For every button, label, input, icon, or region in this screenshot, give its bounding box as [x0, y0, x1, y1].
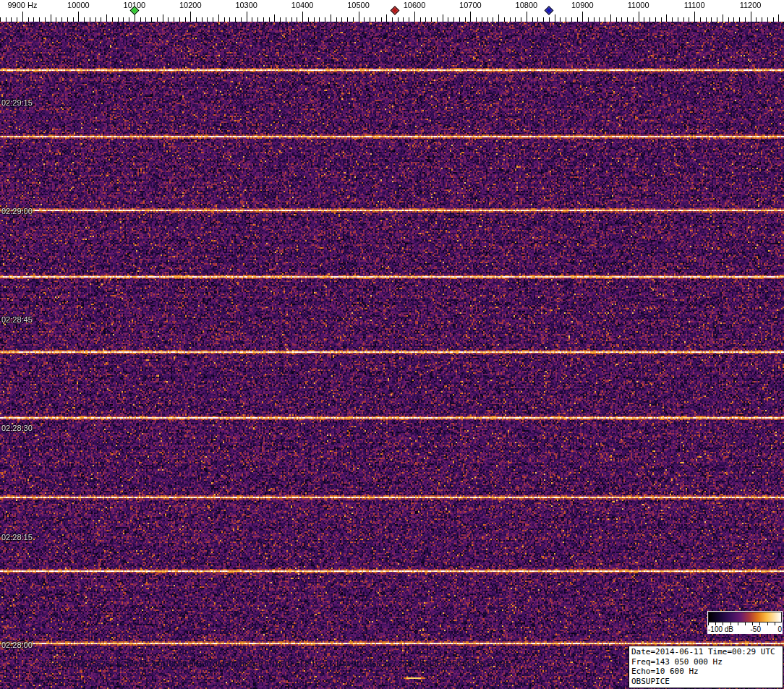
ruler-tick-label: 10300 — [235, 1, 257, 9]
time-label: 02:28:00 — [1, 641, 33, 649]
time-label: 02:28:15 — [1, 533, 33, 542]
info-line-freq: Freq=143 050 000 Hz — [631, 657, 780, 667]
info-line-echo: Echo=10 600 Hz — [631, 667, 780, 677]
colorbar-label-min: -100 dB — [708, 625, 733, 633]
time-label: 02:29:00 — [1, 207, 33, 215]
time-label: 02:28:45 — [1, 315, 33, 324]
colorbar-label-mid: -50 — [751, 625, 761, 633]
time-label: 02:28:30 — [1, 424, 33, 432]
colorbar-label-max: 0 — [777, 625, 782, 633]
ruler-tick-label: 11000 — [628, 1, 649, 9]
ruler-tick-label: 10500 — [347, 1, 370, 9]
info-line-station: OBSUPICE — [631, 677, 780, 687]
ruler-tick-label: 10200 — [179, 1, 202, 9]
ruler-tick-label: 10000 — [67, 1, 90, 9]
ruler-tick-label: 11100 — [684, 1, 705, 9]
cursor-annotation: ^t+55 — [34, 676, 54, 685]
colorbar-gradient — [708, 612, 782, 622]
ruler-tick-label: 10400 — [291, 1, 314, 9]
spectrogram-area[interactable]: 20140611002755260 hCnt6 nb-84 f10598 hit… — [0, 22, 784, 689]
colorbar-labels: -100 dB -50 0 — [708, 625, 782, 633]
ruler-tick-label: 10800 — [516, 1, 538, 9]
info-line-date: Date=2014-06-11 Time=00:29 UTC — [631, 647, 780, 657]
frequency-ruler[interactable]: 9900 Hz100001010010200103001040010500106… — [0, 0, 784, 22]
time-label: 02:29:15 — [1, 98, 33, 107]
detection-annotation: 20140611002755260 hCnt6 nb-84 f10598 hit… — [40, 659, 510, 668]
info-box: Date=2014-06-11 Time=00:29 UTC Freq=143 … — [629, 646, 783, 688]
ruler-tick-label: 10600 — [404, 1, 426, 9]
ruler-tick-label: 9900 Hz — [7, 1, 37, 9]
ruler-tick-label: 10700 — [459, 1, 482, 9]
ruler-tick-label: 11200 — [740, 1, 762, 9]
db-colorbar: -100 dB -50 0 — [707, 611, 783, 634]
spectrogram-canvas[interactable] — [0, 22, 784, 689]
ruler-tick-label: 10900 — [571, 1, 594, 9]
spectrogram-app-window: 9900 Hz100001010010200103001040010500106… — [0, 0, 784, 689]
